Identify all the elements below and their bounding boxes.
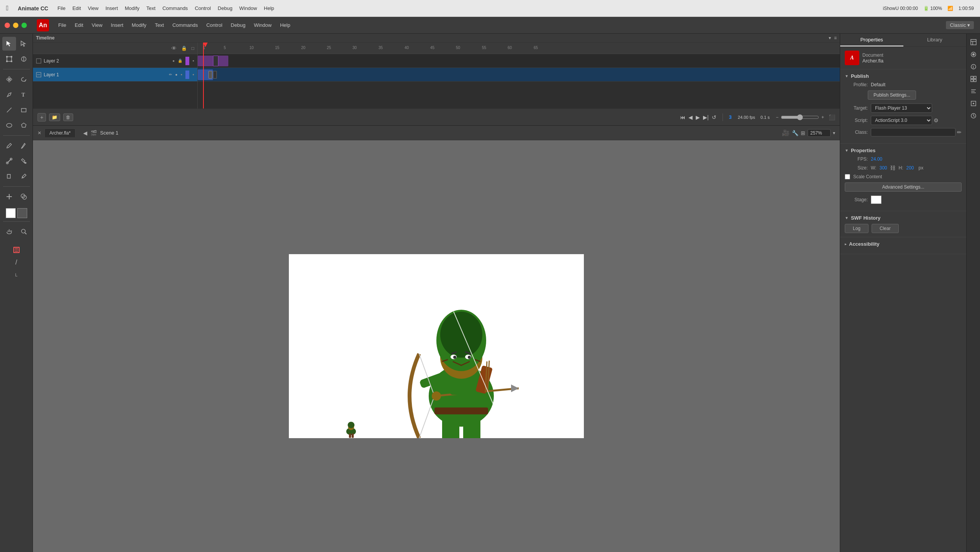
close-button[interactable] <box>5 23 10 28</box>
scale-content-checkbox[interactable] <box>845 174 850 179</box>
transform-icon[interactable] <box>968 98 979 109</box>
library-tab[interactable]: Library <box>903 34 967 46</box>
menu-text[interactable]: Text <box>146 5 156 11</box>
menu-help-app[interactable]: Help <box>276 21 294 30</box>
menu-modify[interactable]: Modify <box>125 5 139 11</box>
rewind-btn[interactable]: ⏮ <box>680 114 685 120</box>
text-tool[interactable]: T <box>17 88 31 102</box>
components-icon[interactable] <box>968 74 979 84</box>
pencil-tool[interactable] <box>2 139 16 153</box>
advanced-settings-btn[interactable]: Advanced Settings... <box>845 182 962 192</box>
layer2-eye[interactable]: ● <box>172 59 175 63</box>
menu-view-app[interactable]: View <box>88 21 106 30</box>
fill-color[interactable] <box>17 208 27 218</box>
add-layer-btn[interactable]: + <box>38 113 46 122</box>
zoom-tool[interactable] <box>17 225 31 238</box>
swf-history-header[interactable]: ▼ SWF History <box>845 215 962 221</box>
rect-tool[interactable] <box>17 103 31 117</box>
step-back-btn[interactable]: ◀ <box>688 114 693 120</box>
zoom-in-icon[interactable]: + <box>821 115 824 120</box>
menu-commands-app[interactable]: Commands <box>169 21 202 30</box>
menu-commands[interactable]: Commands <box>162 5 188 11</box>
chain-icon[interactable]: ⛓ <box>890 165 895 171</box>
layer-row-layer2[interactable]: Layer 2 ● 🔒 ● <box>33 54 197 68</box>
properties-tab[interactable]: Properties <box>840 34 903 46</box>
pen-tool[interactable] <box>2 88 16 102</box>
stage-view-icon[interactable]: 🎥 <box>782 129 790 136</box>
zoom-out-icon[interactable]: − <box>776 115 778 120</box>
timeline-zoom-slider[interactable] <box>781 114 819 120</box>
fps-display[interactable]: 24.00 fps <box>738 115 755 120</box>
apple-icon[interactable]:  <box>6 4 9 12</box>
color-icon[interactable] <box>968 49 979 60</box>
menu-insert[interactable]: Insert <box>105 5 118 11</box>
class-edit-icon[interactable]: ✏ <box>957 129 962 135</box>
pencil-edit-tool[interactable] <box>10 243 23 257</box>
menu-edit[interactable]: Edit <box>72 5 81 11</box>
play-btn[interactable]: ▶ <box>696 114 700 120</box>
stage-color-picker[interactable] <box>871 196 882 204</box>
maximize-button[interactable] <box>21 23 27 28</box>
menu-view[interactable]: View <box>88 5 98 11</box>
magnet-icon[interactable]: 🔧 <box>792 130 798 136</box>
minimize-button[interactable] <box>13 23 18 28</box>
shape-op-tool2[interactable] <box>17 190 31 204</box>
gradient-tool[interactable] <box>17 52 31 66</box>
layer1-pencil[interactable]: ✏ <box>169 72 172 77</box>
script-settings-icon[interactable]: ⚙ <box>934 117 939 123</box>
menu-file[interactable]: File <box>57 5 66 11</box>
step-fwd-btn[interactable]: ▶| <box>703 114 709 120</box>
fit-btn[interactable]: ⬛ <box>829 114 835 120</box>
workspace-switcher[interactable]: Classic ▾ <box>946 21 974 29</box>
align-icon[interactable] <box>968 86 979 97</box>
layer-row-layer1[interactable]: Layer 1 ✏ ● ● ● <box>33 68 197 82</box>
paint-bucket-2[interactable] <box>2 169 16 183</box>
class-input[interactable] <box>871 128 955 136</box>
hand-tool[interactable] <box>2 225 16 238</box>
add-folder-btn[interactable]: 📁 <box>49 113 60 121</box>
fps-value[interactable]: 24.00 <box>871 156 882 162</box>
info-icon[interactable]: i <box>968 61 979 72</box>
loop-btn[interactable]: ↺ <box>712 114 716 120</box>
script-select[interactable]: ActionScript 3.0 <box>871 116 932 125</box>
free-transform-tool[interactable] <box>2 52 16 66</box>
time-display[interactable]: 0.1 s <box>760 115 770 120</box>
swf-log-btn[interactable]: Log <box>845 224 869 233</box>
menu-window-app[interactable]: Window <box>250 21 275 30</box>
line-tool[interactable] <box>2 103 16 117</box>
poly-tool[interactable] <box>17 118 31 132</box>
stage-close-btn[interactable]: ✕ <box>38 130 41 136</box>
properties-section-header[interactable]: ▼ Properties <box>845 148 962 153</box>
menu-file-app[interactable]: File <box>54 21 70 30</box>
extra-tool[interactable]: L <box>10 268 23 282</box>
layer2-lock[interactable]: 🔒 <box>178 59 182 63</box>
zoom-dropdown-btn[interactable]: ▾ <box>833 130 835 136</box>
paint-bucket-tool[interactable] <box>17 154 31 168</box>
tools-icon[interactable] <box>968 37 979 48</box>
select-tool[interactable] <box>2 37 16 51</box>
menu-insert-app[interactable]: Insert <box>107 21 127 30</box>
oval-tool[interactable] <box>2 118 16 132</box>
menu-window[interactable]: Window <box>239 5 257 11</box>
swf-clear-btn[interactable]: Clear <box>872 224 899 233</box>
menu-debug-app[interactable]: Debug <box>227 21 249 30</box>
eyedropper-tool[interactable] <box>17 169 31 183</box>
grid-icon[interactable]: ⊞ <box>801 130 805 136</box>
publish-section-header[interactable]: ▼ Publish <box>845 73 962 79</box>
stage-tab[interactable]: Archer.fla* <box>44 128 75 137</box>
target-select[interactable]: Flash Player 13 <box>871 104 932 113</box>
publish-settings-btn[interactable]: Publish Settings... <box>868 90 916 100</box>
menu-modify-app[interactable]: Modify <box>128 21 150 30</box>
stroke-color[interactable] <box>6 208 16 218</box>
subselect-tool[interactable] <box>17 37 31 51</box>
bone-tool[interactable] <box>2 154 16 168</box>
brush-tool[interactable] <box>17 139 31 153</box>
menu-debug[interactable]: Debug <box>218 5 232 11</box>
menu-control-app[interactable]: Control <box>202 21 226 30</box>
width-value[interactable]: 300 <box>879 165 887 171</box>
layer1-eye[interactable]: ● <box>175 72 177 77</box>
accessibility-header[interactable]: ▸ Accessibility <box>845 241 962 247</box>
menu-help[interactable]: Help <box>264 5 274 11</box>
menu-edit-app[interactable]: Edit <box>71 21 87 30</box>
delete-layer-btn[interactable]: 🗑 <box>63 113 73 121</box>
